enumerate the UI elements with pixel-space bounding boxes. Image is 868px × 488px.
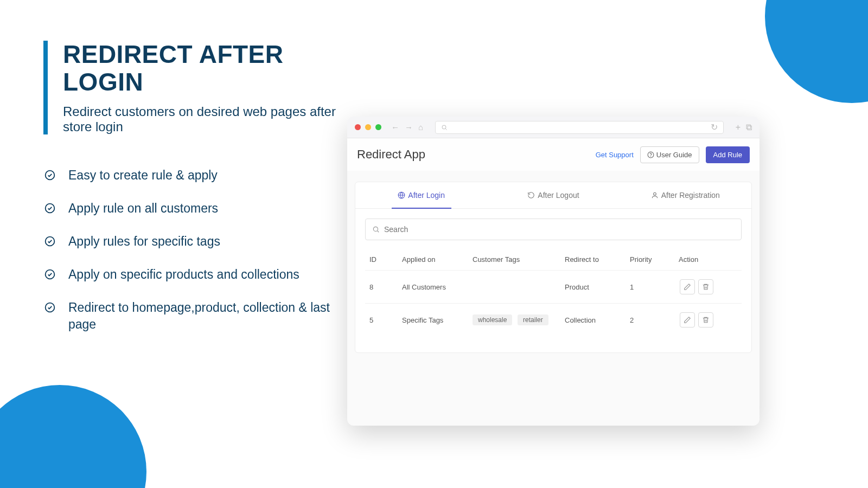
window-maximize-icon[interactable] [375, 124, 381, 130]
feature-list: Easy to create rule & apply Apply rule o… [43, 167, 347, 333]
nav-back-icon[interactable]: ← [391, 123, 399, 132]
decorative-shape-top [765, 0, 868, 103]
col-priority: Priority [626, 246, 674, 271]
tab-after-registration[interactable]: After Registration [620, 182, 751, 208]
tag-chip: wholesale [473, 314, 512, 325]
window-close-icon[interactable] [355, 124, 361, 130]
svg-point-9 [653, 192, 656, 195]
cell-tags: wholesale retailer [468, 304, 560, 337]
feature-item: Easy to create rule & apply [44, 167, 347, 184]
cell-priority: 1 [626, 271, 674, 304]
svg-point-7 [650, 156, 651, 156]
user-icon [651, 191, 659, 199]
edit-button[interactable] [680, 312, 695, 328]
feature-label: Apply on specific products and collectio… [68, 266, 299, 283]
tab-after-logout[interactable]: After Logout [487, 182, 619, 208]
col-id: ID [365, 246, 398, 271]
cell-actions [674, 304, 742, 337]
app-title: Redirect App [357, 147, 425, 162]
help-icon [647, 151, 654, 158]
globe-icon [398, 191, 405, 199]
feature-label: Apply rule on all customers [68, 200, 218, 217]
check-circle-icon [44, 236, 55, 247]
trash-icon [702, 283, 710, 291]
page-title: REDIRECT AFTER LOGIN [63, 41, 347, 95]
delete-button[interactable] [698, 312, 713, 328]
tab-label: After Login [408, 191, 445, 200]
search-input[interactable] [384, 225, 735, 234]
get-support-link[interactable]: Get Support [596, 151, 634, 159]
rotate-icon [527, 191, 535, 199]
cell-redirect-to: Product [560, 271, 626, 304]
nav-home-icon[interactable]: ⌂ [418, 123, 423, 132]
nav-forward-icon[interactable]: → [405, 123, 413, 132]
tabs-icon[interactable]: ⧉ [746, 123, 752, 132]
tab-label: After Logout [538, 191, 579, 200]
tab-after-login[interactable]: After Login [355, 182, 487, 208]
table-row: 5 Specific Tags wholesale retailer Colle… [365, 304, 742, 337]
cell-applied-on: All Customers [398, 271, 468, 304]
app-window: ← → ⌂ ↻ + ⧉ Redirect App Get Support Use… [347, 117, 760, 426]
decorative-shape-bottom [0, 385, 146, 488]
svg-point-6 [648, 152, 654, 158]
cell-id: 5 [365, 304, 398, 337]
search-icon [441, 124, 448, 131]
trash-icon [702, 316, 710, 324]
delete-button[interactable] [698, 279, 713, 294]
col-action: Action [674, 246, 742, 271]
user-guide-button[interactable]: User Guide [640, 146, 699, 163]
new-tab-icon[interactable]: + [736, 123, 741, 132]
page-subtitle: Redirect customers on desired web pages … [63, 104, 347, 134]
feature-item: Apply on specific products and collectio… [44, 266, 347, 283]
check-circle-icon [44, 170, 55, 181]
cell-tags [468, 271, 560, 304]
cell-applied-on: Specific Tags [398, 304, 468, 337]
check-circle-icon [44, 269, 55, 280]
col-customer-tags: Customer Tags [468, 246, 560, 271]
pencil-icon [684, 283, 691, 291]
feature-label: Easy to create rule & apply [68, 167, 218, 184]
feature-item: Redirect to homepage,product, collection… [44, 299, 347, 333]
feature-label: Apply rules for specific tags [68, 233, 220, 250]
pencil-icon [684, 316, 691, 324]
table-row: 8 All Customers Product 1 [365, 271, 742, 304]
cell-priority: 2 [626, 304, 674, 337]
cell-id: 8 [365, 271, 398, 304]
cell-actions [674, 271, 742, 304]
refresh-icon[interactable]: ↻ [711, 122, 718, 132]
address-bar[interactable]: ↻ [435, 121, 724, 134]
window-minimize-icon[interactable] [365, 124, 371, 130]
rules-table: ID Applied on Customer Tags Redirect to … [365, 246, 742, 336]
feature-item: Apply rules for specific tags [44, 233, 347, 250]
tag-chip: retailer [518, 314, 548, 325]
cell-redirect-to: Collection [560, 304, 626, 337]
col-redirect-to: Redirect to [560, 246, 626, 271]
edit-button[interactable] [680, 279, 695, 294]
svg-point-5 [442, 125, 446, 129]
feature-label: Redirect to homepage,product, collection… [68, 299, 347, 333]
user-guide-label: User Guide [656, 151, 692, 159]
check-circle-icon [44, 302, 55, 313]
feature-item: Apply rule on all customers [44, 200, 347, 217]
browser-toolbar: ← → ⌂ ↻ + ⧉ [347, 117, 760, 138]
svg-point-10 [373, 227, 378, 231]
search-icon [372, 226, 380, 233]
tab-label: After Registration [661, 191, 720, 200]
check-circle-icon [44, 203, 55, 214]
col-applied-on: Applied on [398, 246, 468, 271]
add-rule-button[interactable]: Add Rule [706, 146, 750, 163]
rules-search[interactable] [365, 219, 742, 240]
